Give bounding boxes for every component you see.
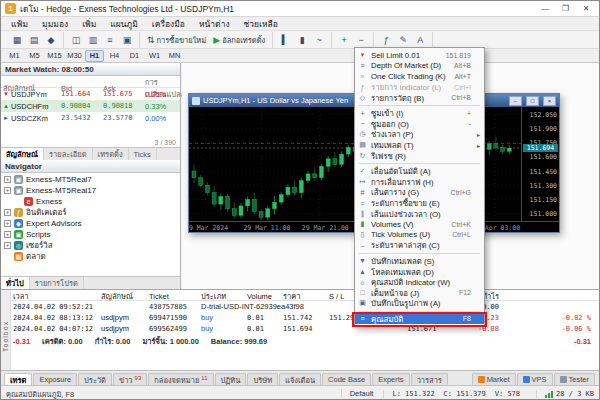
indicators-button[interactable]: ƒ	[378, 33, 394, 47]
market-watch-row[interactable]: ►USDCZKm23.543223.57700.00%	[1, 112, 180, 124]
toolbox-tab-Exposure[interactable]: Exposure	[33, 373, 77, 385]
zoom-out-button[interactable]: −	[353, 33, 369, 47]
menu-item[interactable]: เครื่องมือ	[145, 17, 192, 31]
panel-tab-vps[interactable]: VPS	[517, 373, 553, 385]
context-menu-item[interactable]: ↻รีเฟรช (R)	[355, 150, 484, 161]
expand-toggle-icon[interactable]: +	[4, 209, 11, 216]
context-menu-item[interactable]: ▾Sell Limit 0.01151.819	[355, 50, 484, 61]
market-watch-tab[interactable]: สัญลักษณ์	[1, 148, 44, 160]
context-menu-item[interactable]: ▮Volumes (V)Ctrl+K	[355, 219, 484, 230]
context-menu-item[interactable]: ≡Depth Of Market (D)Alt+B	[355, 61, 484, 72]
minimize-button[interactable]: —	[536, 2, 554, 15]
market-watch-tab[interactable]: Ticks	[129, 148, 157, 160]
bar-chart-mode-button[interactable]: ▍	[277, 33, 293, 47]
market-watch-toggle-button[interactable]: ◫	[68, 33, 84, 47]
timeframe-mn[interactable]: MN	[165, 50, 184, 62]
menu-item[interactable]: แฟ้ม	[4, 17, 35, 31]
toolbox-tab-ข่าว[interactable]: ข่าว93	[113, 373, 147, 385]
market-watch-row[interactable]: ▼USDJPYm151.664151.6750.05%	[1, 88, 180, 100]
expand-toggle-icon[interactable]: +	[4, 231, 11, 238]
trade-column-header[interactable]: เวลา	[13, 290, 101, 302]
toolbox-tab-บริษัท[interactable]: บริษัท	[247, 373, 278, 385]
toolbox-toggle-icon: ▣	[123, 35, 132, 45]
timeframe-m5[interactable]: M5	[25, 50, 44, 62]
toolbox-tab-ปฏิทิน[interactable]: ปฏิทิน	[215, 373, 247, 385]
navigator-toggle-button[interactable]: ≡	[102, 33, 118, 47]
expand-toggle-icon[interactable]: +	[4, 242, 11, 249]
navigator-tab[interactable]: รายการโปรด	[30, 277, 84, 289]
toolbox-tab-ประวัติ[interactable]: ประวัติ	[78, 373, 112, 385]
context-menu-item[interactable]: –ระดับราคาล่าสุด (C)	[355, 240, 484, 251]
timeframe-m1[interactable]: M1	[5, 50, 24, 62]
panel-tab-market[interactable]: Market	[472, 373, 516, 385]
menu-item[interactable]: มุมมอง	[35, 17, 75, 31]
zoom-in-button[interactable]: +	[336, 33, 352, 47]
timeframe-m30[interactable]: M30	[65, 50, 84, 62]
trade-row[interactable]: 2024.04.02 09:52:21438757885D-trial-USD-…	[11, 301, 599, 312]
navigator-item[interactable]: +▣Exness-MT5Real17	[1, 185, 180, 196]
trade-column-header[interactable]: ประเภท	[201, 290, 247, 302]
context-menu-item[interactable]: ▣บันทึกเป็นรูปภาพ (A)	[355, 298, 484, 309]
menu-item[interactable]: เพิ่ม	[75, 17, 103, 31]
maximize-button[interactable]: ❐	[556, 2, 574, 15]
line-chart-mode-button[interactable]: ~	[311, 33, 327, 47]
market-watch-tabs: สัญลักษณ์รายละเอียดเทรดดิ้งTicks	[1, 147, 180, 160]
profile-selector[interactable]: Default	[341, 389, 374, 398]
timeframe-h1[interactable]: H1	[85, 50, 104, 62]
profiles-button[interactable]: ▤	[26, 33, 42, 47]
timeframe-m15[interactable]: M15	[45, 50, 64, 62]
new-chart-button[interactable]: ▦	[9, 33, 25, 47]
market-icon: ▦	[14, 252, 23, 261]
panel-tab-tester[interactable]: Tester	[554, 373, 595, 385]
chart-maximize-button[interactable]: □	[526, 96, 539, 106]
timeframe-d1[interactable]: D1	[125, 50, 144, 62]
market-watch-row[interactable]: ▲USDCHFm0.908040.908180.33%	[1, 100, 180, 112]
menu-item[interactable]: แผนภูมิ	[103, 17, 144, 31]
toolbox-tab-Experts[interactable]: Experts	[372, 373, 409, 385]
navigator-item[interactable]: +ƒอินดิเคเตอร์	[1, 207, 180, 218]
navigator-item[interactable]: +▣Exness-MT5Real7	[1, 174, 180, 185]
connection-status[interactable]: 28 / 3 KB	[536, 390, 594, 398]
data-window-button[interactable]: ▥	[85, 33, 101, 47]
price-scale[interactable]: 152.050151.900151.750151.600151.450151.3…	[521, 107, 559, 221]
new-order-button[interactable]: ⇅การซื้อขายใหม่	[144, 33, 209, 47]
trade-column-header[interactable]: ราคา	[283, 290, 329, 302]
toolbox-tab-แจ้งเตือน[interactable]: แจ้งเตือน	[279, 373, 321, 385]
trade-row[interactable]: 2024.04.02 08:13:12usdjpym699471590buy0.…	[11, 312, 599, 323]
timeframe-w1[interactable]: W1	[145, 50, 164, 62]
toolbox-tab-เทรด[interactable]: เทรด	[4, 373, 32, 385]
trade-row[interactable]: 2024.04.02 04:07:12usdjpym699562499buy0.…	[11, 323, 599, 334]
expand-toggle-icon[interactable]: +	[4, 220, 11, 227]
chart-minimize-button[interactable]: –	[509, 96, 522, 106]
toolbox-tab-วารสาร[interactable]: วารสาร	[411, 373, 448, 385]
expand-toggle-icon[interactable]: +	[4, 176, 11, 183]
chart-close-button[interactable]: ×	[543, 96, 556, 106]
navigator-item[interactable]: ▦ตลาด	[1, 251, 180, 262]
trade-column-header[interactable]: Ticket	[149, 292, 201, 301]
trade-table-header: เวลาสัญลักษณ์TicketประเภทVolumeราคาS / L…	[11, 290, 599, 301]
draw-tool-button[interactable]: ✎	[395, 33, 411, 47]
close-button[interactable]: ✕	[577, 2, 595, 15]
toolbox-tab-กล่องจดหมาย[interactable]: กล่องจดหมาย11	[148, 373, 213, 385]
favorites-button[interactable]: ◆	[43, 33, 59, 47]
algo-trading-button[interactable]: ▶อัลกอเทรดดิ้ง	[210, 33, 268, 47]
candle-chart-mode-button[interactable]: ▮	[294, 33, 310, 47]
menu-item[interactable]: หน้าต่าง	[192, 17, 237, 31]
trade-column-header[interactable]: สัญลักษณ์	[101, 290, 149, 302]
market-watch-tab[interactable]: เทรดดิ้ง	[93, 148, 129, 160]
tick-icon: ▯	[357, 231, 368, 239]
services-icon: ◎	[14, 241, 23, 250]
text-tool-button[interactable]: A	[412, 33, 428, 47]
navigator-item[interactable]: +◆Expert Advisors	[1, 218, 180, 229]
context-menu-item[interactable]: ≡คุณสมบัติF8	[355, 314, 484, 325]
timeframe-h4[interactable]: H4	[105, 50, 124, 62]
context-menu-item[interactable]: ∥เส้นแบ่งช่วงเวลา (O)	[355, 208, 484, 219]
context-menu-item[interactable]: ◇รายการวัตถุ (B)Ctrl+B	[355, 92, 484, 103]
market-watch-tab[interactable]: รายละเอียด	[44, 148, 93, 160]
trade-column-header[interactable]: Volume	[247, 292, 283, 301]
expand-toggle-icon[interactable]: +	[4, 187, 11, 194]
toolbox-tab-Code Base[interactable]: Code Base	[322, 373, 371, 385]
navigator-tab[interactable]: ทั่วไป	[1, 277, 30, 289]
toolbox-toggle-button[interactable]: ▣	[119, 33, 135, 47]
menu-item[interactable]: ช่วยเหลือ	[237, 17, 285, 31]
